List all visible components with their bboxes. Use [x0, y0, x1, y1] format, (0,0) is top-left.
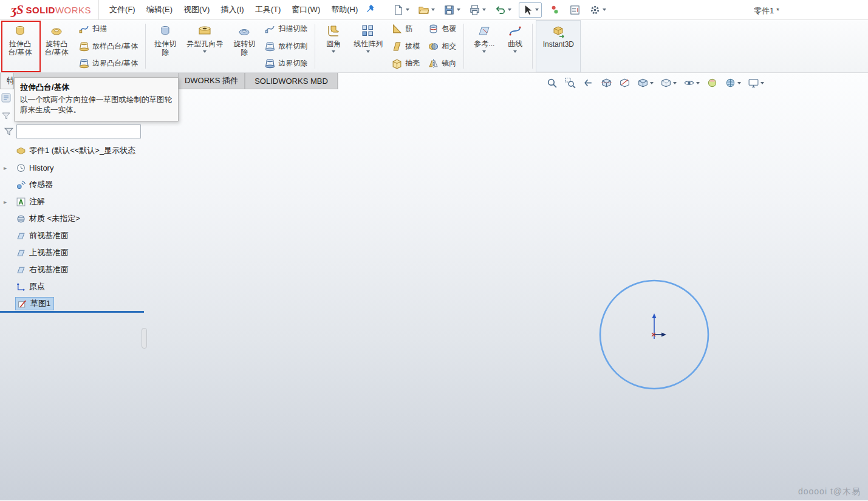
hole-wizard-caret-icon[interactable] [203, 50, 207, 53]
menu-insert[interactable]: 插入(I) [215, 1, 249, 19]
save-caret-icon[interactable] [457, 9, 460, 11]
tree-filter-input[interactable] [16, 124, 141, 138]
intersect-button[interactable]: 相交 [426, 41, 458, 52]
apply-scene-button[interactable] [723, 76, 742, 90]
tree-item-history[interactable]: ▸ History [0, 159, 144, 176]
instant3d-button[interactable]: Instant3D [536, 20, 581, 72]
zoom-fit-button[interactable] [545, 76, 559, 90]
rib-button[interactable]: 筋 [390, 23, 422, 35]
tree-item-origin[interactable]: 原点 [0, 278, 144, 295]
fillet-caret-icon[interactable] [332, 50, 335, 53]
options-caret-icon[interactable] [603, 9, 606, 11]
file-properties-button[interactable] [568, 3, 582, 17]
menu-file[interactable]: 文件(F) [104, 1, 141, 19]
view-settings-button[interactable] [747, 76, 765, 90]
extrude-cut-button[interactable]: 拉伸切 除 [149, 20, 182, 72]
sweep-boss-button[interactable]: 扫描 [77, 23, 140, 35]
tab-features-partial[interactable]: 特 [0, 73, 14, 89]
print-caret-icon[interactable] [482, 9, 486, 11]
loft-boss-button[interactable]: 放样凸台/基体 [77, 41, 140, 52]
expand-arrow-icon[interactable]: ▸ [4, 165, 7, 171]
tree-item-sensors[interactable]: 传感器 [0, 176, 144, 193]
mirror-button[interactable]: 镜向 [426, 58, 458, 69]
zoom-area-button[interactable] [563, 76, 577, 90]
open-document-caret-icon[interactable] [431, 9, 435, 11]
sweep-boss-icon [79, 24, 89, 34]
sketch-circle[interactable] [600, 281, 708, 389]
select-tool-caret-icon[interactable] [535, 9, 539, 11]
boundary-boss-button[interactable]: 边界凸台/基体 [77, 58, 140, 69]
reference-geometry-button[interactable]: 参考... [467, 20, 501, 72]
section-view-button[interactable] [600, 76, 613, 90]
view-orientation-caret-icon[interactable] [650, 82, 654, 84]
tree-item-front-plane[interactable]: 前视基准面 [0, 227, 144, 244]
revolve-boss-button[interactable]: 旋转凸 台/基体 [38, 20, 75, 72]
tree-root-part[interactable]: 零件1 (默认<<默认>_显示状态 [0, 142, 144, 159]
hide-show-items-button[interactable] [682, 76, 701, 90]
panel-toolbar-partial-icon[interactable] [1, 111, 12, 124]
sweep-cut-button[interactable]: 扫描切除 [263, 23, 309, 35]
tree-item-annotations[interactable]: ▸ 注解 [0, 193, 144, 210]
menu-help[interactable]: 帮助(H) [326, 1, 363, 19]
tree-item-material[interactable]: 材质 <未指定> [0, 210, 144, 227]
boundary-cut-button[interactable]: 边界切除 [263, 58, 309, 69]
open-document-button[interactable] [417, 3, 436, 17]
dynamic-annotation-button[interactable] [618, 76, 632, 90]
options-gear-button[interactable] [588, 3, 607, 17]
menu-edit[interactable]: 编辑(E) [141, 1, 178, 19]
view-orientation-button[interactable] [636, 76, 655, 90]
new-document-button[interactable] [391, 3, 411, 17]
tree-item-label: History [29, 163, 53, 172]
extrude-boss-icon [13, 24, 27, 38]
linear-pattern-button[interactable]: 线性阵列 [349, 20, 388, 72]
tree-item-top-plane[interactable]: 上视基准面 [0, 244, 144, 261]
selected-tree-item[interactable]: 草图1 [16, 298, 53, 310]
undo-button[interactable] [493, 3, 513, 17]
hide-show-caret-icon[interactable] [696, 82, 700, 84]
filter-funnel-icon [4, 126, 14, 137]
tree-item-sketch1[interactable]: 草图1 [0, 295, 144, 312]
linear-pattern-caret-icon[interactable] [366, 50, 370, 53]
tree-item-right-plane[interactable]: 右视基准面 [0, 261, 144, 278]
extrude-boss-button[interactable]: 拉伸凸 台/基体 [2, 20, 38, 72]
main-content: 特 DWORKS 插件 SOLIDWORKS MBD 零件1 (默认<<默认>_… [0, 73, 868, 500]
featuremanager-panel-icon[interactable] [1, 92, 12, 106]
ribbon-separator [532, 24, 533, 69]
draft-button[interactable]: 拔模 [390, 41, 422, 52]
status-light-icon[interactable] [548, 3, 562, 17]
undo-caret-icon[interactable] [508, 9, 511, 11]
view-settings-caret-icon[interactable] [760, 82, 764, 84]
tab-solidworks-addins[interactable]: DWORKS 插件 [178, 73, 245, 89]
hole-wizard-button[interactable]: 异型孔向导 [182, 20, 228, 72]
apply-scene-caret-icon[interactable] [737, 82, 741, 84]
loft-cut-button[interactable]: 放样切割 [263, 41, 309, 52]
fillet-button[interactable]: 圆角 [318, 20, 349, 72]
boss-small-group: 扫描 放样凸台/基体 边界凸台/基体 [75, 20, 142, 72]
rollback-bar[interactable] [0, 311, 144, 313]
revolve-cut-button[interactable]: 旋转切 除 [228, 20, 261, 72]
shell-button[interactable]: 抽壳 [390, 58, 422, 69]
panel-splitter-handle[interactable] [142, 328, 147, 349]
select-tool-button[interactable] [519, 2, 542, 18]
new-document-caret-icon[interactable] [406, 9, 409, 11]
curves-caret-icon[interactable] [513, 50, 517, 53]
menu-tools[interactable]: 工具(T) [250, 1, 287, 19]
tree-item-label: 草图1 [30, 298, 50, 309]
save-button[interactable] [442, 3, 462, 17]
pin-menu-icon[interactable] [366, 4, 375, 16]
wrap-button[interactable]: 包覆 [426, 23, 458, 35]
menu-view[interactable]: 视图(V) [178, 1, 215, 19]
loft-cut-icon [265, 41, 275, 52]
tab-solidworks-mbd[interactable]: SOLIDWORKS MBD [245, 73, 338, 89]
menu-window[interactable]: 窗口(W) [286, 1, 326, 19]
reference-caret-icon[interactable] [482, 50, 486, 53]
display-style-button[interactable] [659, 76, 678, 90]
expand-arrow-icon[interactable]: ▸ [4, 199, 7, 205]
loft-boss-icon [79, 41, 89, 52]
logo-text-works: WORKS [55, 5, 91, 15]
display-style-caret-icon[interactable] [673, 82, 677, 84]
edit-appearance-button[interactable] [705, 76, 719, 90]
previous-view-button[interactable] [581, 76, 595, 90]
curves-button[interactable]: 曲线 [501, 20, 529, 72]
print-button[interactable] [468, 3, 487, 17]
